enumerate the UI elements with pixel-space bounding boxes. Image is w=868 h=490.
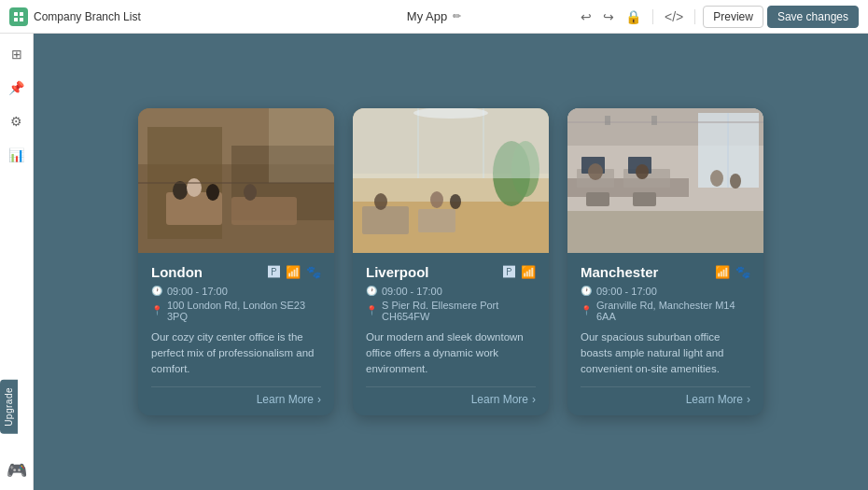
card-london-hours: 🕐 09:00 - 17:00 (151, 286, 321, 297)
card-manchester-address: 📍 Granville Rd, Manchester M14 6AA (581, 300, 750, 322)
svg-rect-0 (14, 12, 18, 16)
pet-icon: 🐾 (306, 265, 321, 279)
svg-rect-25 (418, 209, 455, 232)
topbar-center: My App ✏ (407, 9, 461, 23)
svg-rect-1 (20, 12, 23, 16)
svg-point-13 (244, 184, 257, 201)
card-manchester-hours: 🕐 09:00 - 17:00 (581, 286, 750, 297)
card-manchester: Manchester 📶 🐾 🕐 09:00 - 17:00 📍 Granvil… (567, 108, 763, 416)
sidebar-settings-icon[interactable]: ⚙ (4, 108, 30, 134)
edit-icon[interactable]: ✏ (453, 10, 461, 22)
svg-point-43 (710, 170, 723, 187)
topbar-right: ↩ ↪ 🔒 </> Preview Save changes (577, 6, 859, 28)
card-london: London 🅿 📶 🐾 🕐 09:00 - 17:00 📍 100 Londo… (138, 108, 334, 416)
svg-rect-40 (633, 192, 656, 206)
parking-icon: 🅿 (268, 265, 280, 279)
wifi-icon: 📶 (521, 265, 536, 279)
card-liverpool-learn-more[interactable]: Learn More › (366, 386, 536, 406)
chevron-right-icon: › (747, 393, 750, 406)
svg-rect-45 (567, 211, 763, 253)
card-london-icons: 🅿 📶 🐾 (268, 265, 321, 279)
svg-point-44 (730, 174, 741, 189)
svg-point-41 (588, 163, 603, 180)
card-london-learn-more[interactable]: Learn More › (151, 386, 321, 406)
card-liverpool-image (353, 108, 549, 253)
card-manchester-title-row: Manchester 📶 🐾 (581, 264, 750, 280)
undo-button[interactable]: ↩ (577, 7, 595, 26)
card-liverpool-title: Liverpool (366, 264, 429, 280)
svg-rect-47 (605, 116, 610, 125)
wifi-icon: 📶 (715, 265, 730, 279)
card-london-title: London (151, 264, 203, 280)
save-button[interactable]: Save changes (767, 6, 859, 28)
sidebar-chart-icon[interactable]: 📊 (4, 142, 30, 168)
main-content: London 🅿 📶 🐾 🕐 09:00 - 17:00 📍 100 Londo… (34, 34, 868, 490)
svg-rect-39 (586, 192, 609, 206)
card-manchester-image (567, 108, 763, 253)
divider2 (694, 9, 695, 24)
location-icon: 📍 (581, 305, 592, 315)
svg-rect-9 (231, 197, 297, 225)
svg-rect-3 (20, 18, 23, 21)
app-name: Company Branch List (34, 10, 141, 23)
card-manchester-icons: 📶 🐾 (715, 265, 750, 279)
sidebar: ⊞ 📌 ⚙ 📊 Upgrade 🎮 (0, 34, 34, 490)
card-liverpool-address: 📍 S Pier Rd. Ellesmere Port CH654FW (366, 300, 536, 322)
svg-point-26 (374, 193, 387, 210)
cards-container: London 🅿 📶 🐾 🕐 09:00 - 17:00 📍 100 Londo… (138, 108, 763, 416)
app-title: My App (407, 9, 447, 23)
card-manchester-learn-more[interactable]: Learn More › (581, 386, 750, 406)
redo-button[interactable]: ↪ (599, 7, 618, 26)
svg-point-28 (450, 194, 461, 209)
card-london-image (138, 108, 334, 253)
divider (652, 9, 653, 24)
card-london-body: London 🅿 📶 🐾 🕐 09:00 - 17:00 📍 100 Londo… (138, 253, 334, 416)
card-liverpool-icons: 🅿 📶 (503, 265, 536, 279)
card-london-description: Our cozy city center office is the perfe… (151, 329, 321, 378)
svg-point-12 (206, 184, 219, 201)
clock-icon: 🕐 (581, 286, 592, 296)
card-london-address: 📍 100 London Rd, London SE23 3PQ (151, 300, 321, 322)
location-icon: 📍 (151, 305, 162, 315)
chevron-right-icon: › (532, 393, 536, 406)
svg-rect-48 (651, 116, 657, 125)
card-manchester-title: Manchester (581, 264, 658, 280)
svg-point-42 (636, 164, 649, 179)
upgrade-tab[interactable]: Upgrade (0, 380, 18, 434)
pet-icon: 🐾 (735, 265, 750, 279)
svg-rect-2 (14, 18, 18, 21)
clock-icon: 🕐 (366, 286, 377, 296)
card-liverpool-title-row: Liverpool 🅿 📶 (366, 264, 536, 280)
topbar-left: Company Branch List (9, 7, 141, 26)
location-icon: 📍 (366, 305, 377, 315)
card-london-title-row: London 🅿 📶 🐾 (151, 264, 321, 280)
sidebar-pin-icon[interactable]: 📌 (4, 75, 30, 101)
svg-point-11 (187, 178, 202, 197)
card-liverpool-body: Liverpool 🅿 📶 🕐 09:00 - 17:00 📍 S Pier R… (353, 253, 549, 416)
sidebar-grid-icon[interactable]: ⊞ (4, 41, 30, 67)
card-manchester-body: Manchester 📶 🐾 🕐 09:00 - 17:00 📍 Granvil… (567, 253, 763, 416)
wifi-icon: 📶 (286, 265, 301, 279)
sidebar-bottom-icon: 🎮 (0, 460, 34, 481)
card-manchester-description: Our spacious suburban office boasts ampl… (581, 329, 750, 378)
lock-button[interactable]: 🔒 (622, 7, 645, 26)
parking-icon: 🅿 (503, 265, 515, 279)
topbar: Company Branch List My App ✏ ↩ ↪ 🔒 </> P… (0, 0, 868, 34)
app-icon (9, 7, 28, 26)
svg-rect-21 (353, 108, 549, 178)
clock-icon: 🕐 (151, 286, 162, 296)
card-liverpool-description: Our modern and sleek downtown office off… (366, 329, 536, 378)
svg-point-27 (430, 191, 443, 208)
preview-button[interactable]: Preview (703, 6, 763, 28)
card-liverpool: Liverpool 🅿 📶 🕐 09:00 - 17:00 📍 S Pier R… (353, 108, 549, 416)
card-liverpool-hours: 🕐 09:00 - 17:00 (366, 286, 536, 297)
svg-rect-14 (269, 108, 334, 183)
code-button[interactable]: </> (661, 7, 687, 26)
svg-rect-24 (362, 206, 409, 234)
chevron-right-icon: › (317, 393, 321, 406)
